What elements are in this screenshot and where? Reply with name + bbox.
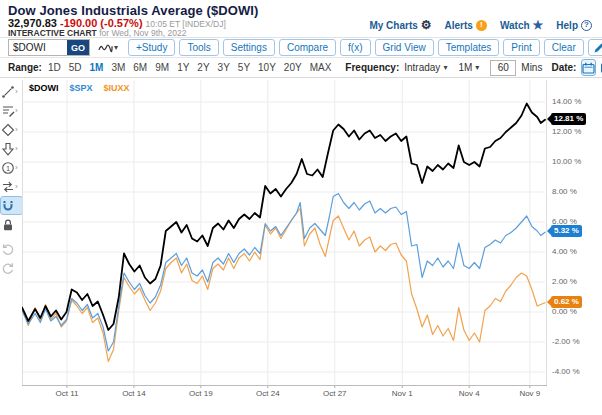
range-1m[interactable]: 1M <box>89 62 105 73</box>
range-6m[interactable]: 6M <box>132 62 148 73</box>
frequency-label: Frequency: <box>345 62 399 73</box>
y-axis-label: 10.00 % <box>552 157 581 166</box>
callout-number-tool-icon[interactable]: 1› <box>1 159 22 176</box>
shape-tool-icon[interactable]: › <box>1 121 22 138</box>
range-max[interactable]: MAX <box>309 62 333 73</box>
settings-button[interactable]: Settings <box>223 39 275 56</box>
mins-label: Mins <box>521 62 542 73</box>
arrow-tool-icon[interactable]: › <box>1 140 22 157</box>
range-3m[interactable]: 3M <box>110 62 126 73</box>
legend-item-spx: $SPX <box>70 83 93 93</box>
y-axis-label: -2.00 % <box>552 337 580 346</box>
range-5y[interactable]: 5Y <box>237 62 251 73</box>
y-axis-label: 2.00 % <box>552 277 577 286</box>
y-axis-label: 4.00 % <box>552 247 577 256</box>
go-button[interactable]: GO <box>67 40 89 55</box>
gear-icon: ⚙ <box>421 19 432 31</box>
header-link-alerts[interactable]: Alerts! <box>445 20 487 31</box>
compare-button[interactable]: Compare <box>279 39 336 56</box>
range-options: 1D5D1M3M6M9M1Y2Y3Y5Y10Y20YMAX <box>47 62 332 73</box>
period-select[interactable]: 1M ▾ <box>458 62 479 73</box>
price-badge-iuxx: 0.62 % <box>551 296 582 308</box>
minutes-input[interactable] <box>490 60 516 76</box>
x-axis-label: Oct 19 <box>189 389 213 398</box>
chart-toolbar: GO ▾ +StudyToolsSettingsComparef(x)Grid … <box>0 38 602 58</box>
header-link-label: My Charts <box>369 20 417 31</box>
submenu-chevron-icon: › <box>15 106 18 115</box>
submenu-chevron-icon: › <box>15 87 18 96</box>
grid-view-button[interactable]: Grid View <box>375 39 434 56</box>
tools-button[interactable]: Tools <box>179 39 218 56</box>
badge-arrow <box>547 298 551 306</box>
header-link-help[interactable]: Help? <box>556 20 592 31</box>
range-5d[interactable]: 5D <box>68 62 83 73</box>
y-axis-label: -4.00 % <box>552 367 580 376</box>
date-picker-button[interactable] <box>581 59 596 76</box>
clear-button[interactable]: Clear <box>544 39 584 56</box>
price-badge-spx: 5.32 % <box>551 225 582 237</box>
star-icon: ★ <box>533 19 544 31</box>
frequency-select[interactable]: Intraday ▾ <box>404 62 447 73</box>
header-link-label: Help <box>556 20 578 31</box>
header-link-watch[interactable]: Watch★ <box>500 19 543 31</box>
chart-style-dropdown[interactable]: ▾ <box>98 39 118 57</box>
study-button[interactable]: +Study <box>128 39 175 56</box>
templates-button[interactable]: Templates <box>438 39 500 56</box>
y-axis-label: 0.00 % <box>552 307 577 316</box>
series-line-spx <box>22 194 545 352</box>
page-title: Dow Jones Industrials Average ($DOWI) <box>8 3 259 18</box>
toolbar-left-buttons: +StudyToolsSettingsComparef(x)Grid View <box>128 39 434 56</box>
range-9m[interactable]: 9M <box>154 62 170 73</box>
chevron-down-icon: ▾ <box>114 43 118 52</box>
header-link-label: Watch <box>500 20 530 31</box>
trendline-tool-icon[interactable]: › <box>1 83 22 100</box>
submenu-chevron-icon: › <box>15 182 18 191</box>
submenu-chevron-icon: › <box>15 125 18 134</box>
lock-annotations-tool-icon[interactable] <box>1 216 22 233</box>
legend-item-iuxx: $IUXX <box>104 83 130 93</box>
y-axis-label: 14.00 % <box>552 97 581 106</box>
header-links: My Charts⚙Alerts!Watch★Help? <box>369 19 592 31</box>
y-axis-label: 12.00 % <box>552 127 581 136</box>
series-line-dowi <box>22 104 545 331</box>
undo-icon[interactable] <box>1 240 22 257</box>
y-axis: 14.00 %12.00 %10.00 %8.00 %6.00 %4.00 %2… <box>547 78 602 415</box>
stockcharts-interactive-chart-app: Dow Jones Industrials Average ($DOWI) 32… <box>0 0 602 415</box>
magnet-tool-icon[interactable] <box>1 197 22 214</box>
alert-icon: ! <box>476 20 487 31</box>
chart-subtitle: INTERACTIVE CHART for Wed, Nov 9th, 2022 <box>8 28 186 38</box>
range-20y[interactable]: 20Y <box>283 62 303 73</box>
annotate-pencil-button[interactable] <box>588 39 602 56</box>
chart-date: for Wed, Nov 9th, 2022 <box>99 28 186 38</box>
range-2y[interactable]: 2Y <box>196 62 210 73</box>
calendar-icon <box>582 62 595 74</box>
x-axis-label: Nov 4 <box>459 389 480 398</box>
range-bar: Range: 1D5D1M3M6M9M1Y2Y3Y5Y10Y20YMAX Fre… <box>0 58 602 78</box>
symbol-input[interactable] <box>9 40 67 55</box>
x-axis-label: Oct 11 <box>55 389 78 398</box>
range-label: Range: <box>8 62 42 73</box>
legend-item-dowi: $DOWI <box>29 83 59 93</box>
badge-arrow <box>547 227 551 235</box>
redo-icon[interactable] <box>1 259 22 276</box>
price-badge-dowi: 12.81 % <box>551 113 586 125</box>
price-chart[interactable] <box>22 80 547 388</box>
f-x-button[interactable]: f(x) <box>340 39 370 56</box>
range-10y[interactable]: 10Y <box>257 62 277 73</box>
range-3y[interactable]: 3Y <box>217 62 231 73</box>
pencil-icon <box>593 42 602 54</box>
chevron-down-icon: ▾ <box>475 63 479 72</box>
badge-arrow <box>547 115 551 123</box>
header-link-my-charts[interactable]: My Charts⚙ <box>369 19 431 31</box>
range-1d[interactable]: 1D <box>47 62 62 73</box>
toolbar-right-buttons: TemplatesPrintClear <box>438 39 602 56</box>
annotation-tool-icon[interactable]: › <box>1 102 22 119</box>
chevron-down-icon: ▾ <box>443 63 447 72</box>
range-1y[interactable]: 1Y <box>176 62 190 73</box>
svg-text:1: 1 <box>6 163 10 172</box>
print-button[interactable]: Print <box>503 39 540 56</box>
compare-arrows-tool-icon[interactable]: › <box>1 178 22 195</box>
submenu-chevron-icon: › <box>15 163 18 172</box>
header: Dow Jones Industrials Average ($DOWI) 32… <box>0 0 602 38</box>
help-icon: ? <box>581 20 592 31</box>
